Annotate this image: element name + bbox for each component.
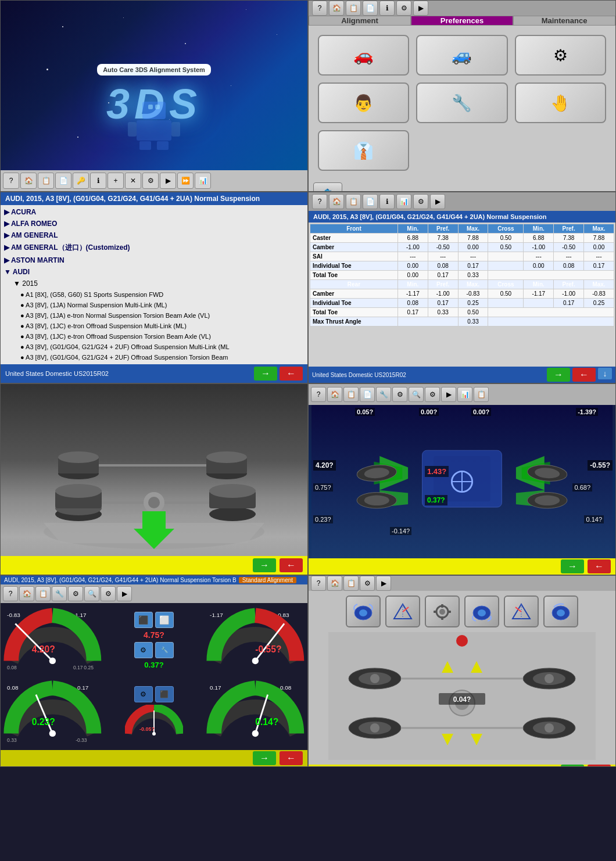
3d-nav-back[interactable]: ← — [280, 558, 303, 572]
m-settings-icon[interactable]: ⚙ — [392, 387, 407, 402]
help-btn[interactable]: ? — [3, 173, 19, 189]
measure-nav-back[interactable]: ← — [588, 559, 611, 573]
m-gear-icon[interactable]: ⚙ — [425, 387, 440, 402]
brand-alfa[interactable]: ▶ ALFA ROMEO — [2, 218, 306, 229]
fish-btn[interactable]: 🐟 — [313, 182, 342, 192]
s-help-icon[interactable]: ? — [311, 576, 326, 591]
t-fwd-icon[interactable]: ▶ — [430, 194, 445, 209]
gauge-nav-next[interactable]: → — [253, 751, 276, 765]
settings-icon[interactable]: ⚙ — [396, 1, 411, 16]
key-btn[interactable]: 🔑 — [73, 173, 89, 189]
m-zoom-icon[interactable]: 🔍 — [409, 387, 424, 402]
brand-audi[interactable]: ▼ AUDI — [2, 266, 306, 278]
s-home-icon[interactable]: 🏠 — [327, 576, 342, 591]
g-help-icon[interactable]: ? — [3, 586, 18, 601]
down-icon[interactable]: ↓ — [598, 368, 612, 379]
bottom-icon2[interactable]: ⬛ — [155, 686, 174, 702]
t-settings-icon[interactable]: ⚙ — [413, 194, 428, 209]
home-btn[interactable]: 🏠 — [20, 173, 37, 189]
sensor-btn-5[interactable] — [504, 595, 539, 627]
pref-vehicle-icon[interactable]: 🚙 — [416, 35, 507, 76]
gauge-nav-back[interactable]: ← — [280, 751, 303, 765]
doc-btn[interactable]: 📄 — [55, 173, 71, 189]
m-list-icon[interactable]: 📋 — [343, 387, 359, 402]
sensor-btn-1[interactable] — [346, 595, 381, 627]
t-list-icon[interactable]: 📋 — [346, 194, 361, 209]
sensor-btn-4[interactable] — [464, 595, 499, 627]
model-a3-1jc-vl[interactable]: ● A3 [8V], (1JC) e-tron Offroad Suspensi… — [2, 331, 306, 342]
chart-btn[interactable]: 📊 — [195, 173, 211, 189]
model-a3-1ja-vl[interactable]: ● A3 [8V], (1JA) e-tron Normal Suspensio… — [2, 310, 306, 321]
model-a3-g01-ml[interactable]: ● A3 [8V], (G01/G04, G21/G24 + 2UF) Offr… — [2, 342, 306, 352]
t-home-icon[interactable]: 🏠 — [329, 194, 344, 209]
t-chart-icon[interactable]: 📊 — [396, 194, 411, 209]
sensor-btn-6[interactable] — [543, 595, 578, 627]
table-nav-next[interactable]: → — [547, 368, 570, 382]
s-list-icon[interactable]: 📋 — [343, 576, 359, 591]
fastfwd-btn[interactable]: ⏩ — [177, 173, 194, 189]
g-zoom-icon[interactable]: 🔍 — [84, 586, 99, 601]
table-nav-back[interactable]: ← — [572, 368, 596, 382]
model-a1[interactable]: ● A1 [8X], (G58, G60) S1 Sports Suspensi… — [2, 289, 306, 300]
model-a3-1jc-ml[interactable]: ● A3 [8V], (1JC) e-tron Offroad Suspensi… — [2, 321, 306, 331]
g-settings-icon[interactable]: ⚙ — [68, 586, 83, 601]
m-chart-icon[interactable]: 📊 — [457, 387, 472, 402]
m-help-icon[interactable]: ? — [311, 387, 326, 402]
s-settings-icon[interactable]: ⚙ — [360, 576, 375, 591]
m-home-icon[interactable]: 🏠 — [327, 387, 342, 402]
g-home-icon[interactable]: 🏠 — [19, 586, 34, 601]
pref-car-icon[interactable]: 🚗 — [318, 35, 409, 76]
center-icon1[interactable]: ⬛ — [134, 612, 153, 628]
center-icon4[interactable]: 🔧 — [155, 642, 174, 658]
bottom-icon1[interactable]: ⚙ — [134, 686, 153, 702]
tab-maintenance[interactable]: Maintenance — [513, 16, 615, 26]
pref-wrench-icon[interactable]: 🔧 — [416, 82, 507, 123]
info-btn[interactable]: ℹ — [90, 173, 106, 189]
sensor-btn-3[interactable] — [425, 595, 460, 627]
sensor-btn-2[interactable] — [385, 595, 420, 627]
center-icon2[interactable]: ⬜ — [155, 612, 174, 628]
tab-alignment[interactable]: Alignment — [309, 16, 411, 26]
3d-nav-next[interactable]: → — [253, 558, 276, 572]
nav-next-btn[interactable]: → — [254, 367, 277, 381]
year-2015[interactable]: ▼ 2015 — [2, 278, 306, 289]
pref-hand-icon[interactable]: 🤚 — [515, 82, 606, 123]
list-icon[interactable]: 📋 — [346, 1, 361, 16]
g-fwd-icon[interactable]: ▶ — [117, 586, 132, 601]
home-icon[interactable]: 🏠 — [329, 1, 344, 16]
pref-gear-icon[interactable]: ⚙ — [515, 35, 606, 76]
pref-suit-icon[interactable]: 👔 — [318, 130, 409, 171]
t-doc-icon[interactable]: 📄 — [363, 194, 378, 209]
s-fwd-icon[interactable]: ▶ — [376, 576, 391, 591]
m-fwd-icon[interactable]: ▶ — [441, 387, 456, 402]
brand-acura[interactable]: ▶ ACURA — [2, 206, 306, 218]
center-icon3[interactable]: ⚙ — [134, 642, 153, 658]
help-icon[interactable]: ? — [312, 1, 327, 16]
t-info-icon[interactable]: ℹ — [379, 194, 395, 209]
pref-person-icon[interactable]: 👨 — [318, 82, 409, 123]
add-btn[interactable]: + — [108, 173, 124, 189]
sensors-nav-back[interactable]: ← — [588, 765, 611, 767]
m-extra-icon[interactable]: 📋 — [474, 387, 489, 402]
fwd-icon[interactable]: ▶ — [413, 1, 428, 16]
m-doc-icon[interactable]: 📄 — [360, 387, 375, 402]
close-btn[interactable]: ✕ — [125, 173, 141, 189]
t-help-icon[interactable]: ? — [312, 194, 327, 209]
doc-icon[interactable]: 📄 — [363, 1, 378, 16]
info-icon[interactable]: ℹ — [379, 1, 395, 16]
brand-am-general[interactable]: ▶ AM GENERAL — [2, 229, 306, 241]
m-wrench-icon[interactable]: 🔧 — [376, 387, 391, 402]
tab-preferences[interactable]: Preferences — [411, 16, 513, 26]
sensors-nav-next[interactable]: → — [561, 765, 584, 767]
nav-back-btn[interactable]: ← — [280, 367, 303, 381]
model-a3-g01-tb[interactable]: ● A3 [8V], (G01/G04, G21/G24 + 2UF) Offr… — [2, 352, 306, 363]
play-btn[interactable]: ▶ — [160, 173, 176, 189]
list-btn[interactable]: 📋 — [38, 173, 54, 189]
g-gear-icon[interactable]: ⚙ — [101, 586, 116, 601]
g-list-icon[interactable]: 📋 — [35, 586, 51, 601]
brand-aston[interactable]: ▶ ASTON MARTIN — [2, 254, 306, 266]
model-a3-1ja-ml[interactable]: ● A3 [8V], (1JA) Normal Suspension Multi… — [2, 300, 306, 310]
settings-btn[interactable]: ⚙ — [142, 173, 159, 189]
brand-am-general-custom[interactable]: ▶ AM GENERAL（进口）(Customized) — [2, 241, 306, 254]
measure-nav-next[interactable]: → — [561, 559, 584, 573]
